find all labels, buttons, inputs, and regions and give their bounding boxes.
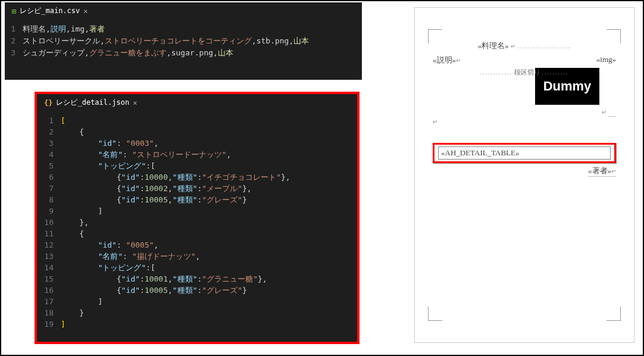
dotted-line: ............ [480,69,512,76]
description-field: «説明» [433,55,456,64]
csv-text: シュガーディップ,グラニュー糖をまぶす,sugar.png,山本 [23,47,233,59]
json-content[interactable]: 1[2 {3 "id": "0003",4 "名前": "ストロベリードーナッツ… [37,111,357,333]
line-number: 4 [37,149,61,160]
doc-fields-row: «説明»↵ «img» [433,55,616,65]
close-icon[interactable]: × [133,99,137,107]
csv-text: 料理名,説明,img,著者 [23,23,105,35]
json-text: "名前": "ストロベリードーナッツ", [61,149,231,160]
para-mark-icon: ↵ [511,43,515,49]
json-text: {"id":10001,"種類":"グラニュー糖"}, [61,273,267,285]
crop-mark-tl [428,29,442,43]
author-field-row: «著者»↵ [588,165,616,177]
json-text: { [61,126,84,138]
json-line[interactable]: 15 {"id":10001,"種類":"グラニュー糖"}, [37,273,357,285]
line-number: 13 [37,251,61,262]
json-text: ] [61,205,102,217]
json-line[interactable]: 5 "トッピング":[ [37,160,357,171]
csv-content[interactable]: 1料理名,説明,img,著者2ストロベリーサークル,ストロベリーチョコレートをコ… [5,20,362,63]
crop-mark-tr [607,29,621,43]
line-number: 11 [37,228,61,239]
dish-name-field: «料理名» [478,41,509,50]
json-text: {"id":10000,"種類":"イチゴチョコレート"}, [61,171,290,183]
line-number: 3 [5,47,23,59]
section-break-label: 段区切り [514,68,540,76]
csv-tab[interactable]: ⊞ レシピ_main.csv × [5,2,95,20]
json-line[interactable]: 8 {"id":10005,"種類":"グレーズ"} [37,194,357,205]
json-line[interactable]: 10 }, [37,217,357,228]
json-line[interactable]: 2 { [37,126,357,138]
json-line[interactable]: 17 ] [37,296,357,307]
line-number: 17 [37,296,61,307]
author-field: «著者» [588,166,611,175]
csv-editor: ⊞ レシピ_main.csv × 1料理名,説明,img,著者2ストロベリーサー… [5,2,362,80]
json-line[interactable]: 12 "id": "0005", [37,239,357,251]
line-number: 19 [37,318,61,330]
json-editor: {} レシピ_detail.json × 1[2 {3 "id": "0003"… [35,92,359,344]
json-text: }, [61,217,89,228]
csv-line[interactable]: 1料理名,説明,img,著者 [5,23,362,35]
line-number: 6 [37,171,61,183]
csv-tab-name: レシピ_main.csv [20,6,80,16]
json-text: } [61,307,84,318]
csv-line[interactable]: 2ストロベリーサークル,ストロベリーチョコレートをコーティング,stb.png,… [5,35,362,47]
json-text: "id": "0003", [61,138,158,149]
json-text: "トッピング":[ [61,160,155,171]
line-number: 10 [37,217,61,228]
json-line[interactable]: 4 "名前": "ストロベリードーナッツ", [37,149,357,160]
doc-title-row: «料理名» ↵ .................... [433,40,616,51]
json-line[interactable]: 1[ [37,115,357,126]
json-text: ] [61,296,102,307]
json-text: "名前": "揚げドーナッツ", [61,251,200,262]
dotted-line: .................... [517,43,571,49]
line-number: 2 [37,126,61,138]
line-number: 1 [37,115,61,126]
img-bottom-mark: ↵ [433,107,616,117]
crop-mark-br [607,307,621,321]
json-text: [ [61,115,65,126]
json-text: "トッピング":[ [61,262,155,273]
line-number: 12 [37,239,61,251]
line-number: 14 [37,262,61,273]
para-mark-icon: ↵ [433,118,437,125]
dotted-line: .......... [542,69,568,76]
json-text: {"id":10005,"種類":"グレーズ"} [61,285,247,296]
json-line[interactable]: 13 "名前": "揚げドーナッツ", [37,251,357,262]
json-file-icon: {} [44,99,52,107]
line-number: 2 [5,35,23,47]
document-template: «料理名» ↵ .................... «説明»↵ «img»… [414,7,634,343]
json-line[interactable]: 11 { [37,228,357,239]
line-number: 7 [37,183,61,194]
crop-mark-bl [428,307,442,321]
json-tab[interactable]: {} レシピ_detail.json × [37,94,144,111]
json-text: { [61,228,84,239]
line-number: 15 [37,273,61,285]
json-text: ] [61,318,65,330]
close-icon[interactable]: × [83,7,87,15]
csv-file-icon: ⊞ [12,7,16,15]
line-number: 1 [5,23,23,35]
para-mark-icon: ↵ [456,57,461,64]
json-line[interactable]: 3 "id": "0003", [37,138,357,149]
detail-table-highlight: «AH_DETAIL_TABLE» [433,143,616,163]
json-line[interactable]: 19] [37,318,357,330]
line-number: 18 [37,307,61,318]
detail-table-field: «AH_DETAIL_TABLE» [438,146,611,160]
json-line[interactable]: 7 {"id":10002,"種類":"メープル"}, [37,183,357,194]
json-line[interactable]: 16 {"id":10005,"種類":"グレーズ"} [37,285,357,296]
json-line[interactable]: 9 ] [37,205,357,217]
csv-line[interactable]: 3シュガーディップ,グラニュー糖をまぶす,sugar.png,山本 [5,47,362,59]
line-number: 3 [37,138,61,149]
line-number: 5 [37,160,61,171]
csv-text: ストロベリーサークル,ストロベリーチョコレートをコーティング,stb.png,山… [23,35,309,47]
json-line[interactable]: 6 {"id":10000,"種類":"イチゴチョコレート"}, [37,171,357,183]
json-tab-name: レシピ_detail.json [56,98,129,108]
line-number: 16 [37,285,61,296]
json-line[interactable]: 14 "トッピング":[ [37,262,357,273]
json-text: {"id":10005,"種類":"グレーズ"} [61,194,247,205]
line-number: 8 [37,194,61,205]
para-mark-icon: ↵ [611,168,616,174]
img-field: «img» [596,55,616,64]
json-text: {"id":10002,"種類":"メープル"}, [61,183,252,194]
json-text: "id": "0005", [61,239,158,251]
json-line[interactable]: 18 } [37,307,357,318]
